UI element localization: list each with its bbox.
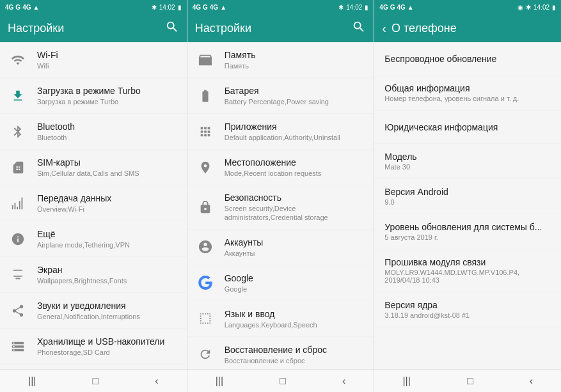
- storage-text: Хранилище и USB-накопители Phonestorage,…: [37, 336, 179, 357]
- battery-text: Батарея Battery Percentage,Power saving: [225, 85, 367, 106]
- search-icon-1[interactable]: [165, 20, 179, 37]
- item-kernel[interactable]: Версия ядра 3.18.19 android@kst-08 #1: [374, 292, 561, 327]
- legal-title: Юридическая информация: [384, 122, 551, 132]
- item-battery[interactable]: Батарея Battery Percentage,Power saving: [187, 78, 374, 114]
- item-more[interactable]: Ещё Airplane mode,Tethering,VPN: [0, 221, 187, 257]
- wifi-text: Wi-Fi Wifi: [37, 49, 179, 70]
- status-right-1: ✱ 14:02 ▮: [152, 4, 182, 11]
- wifi-title: Wi-Fi: [37, 49, 179, 61]
- bluetooth-icon: [8, 122, 28, 142]
- language-title: Язык и ввод: [225, 308, 367, 320]
- item-accounts[interactable]: Аккаунты Аккаунты: [187, 230, 374, 265]
- location-text: Местоположение Mode,Recent location requ…: [225, 157, 367, 178]
- location-status-icon: ◉: [518, 4, 523, 11]
- google-subtitle: Google: [225, 285, 367, 294]
- item-language[interactable]: Язык и ввод Languages,Keyboard,Speech: [187, 301, 374, 337]
- item-update-level[interactable]: Уровень обновления для системы б... 5 ав…: [374, 214, 561, 249]
- settings-list-2: Память Память Батарея Battery Percentage…: [187, 42, 374, 369]
- signal-2a: 4G: [193, 4, 201, 11]
- item-model[interactable]: Модель Mate 30: [374, 144, 561, 179]
- location-title: Местоположение: [225, 157, 367, 168]
- location-icon: [195, 157, 216, 178]
- nav-home-1[interactable]: □: [80, 373, 112, 389]
- bluetooth-text: Bluetooth Bluetooth: [37, 121, 179, 142]
- memory-icon: [195, 50, 216, 70]
- nav-menu-2[interactable]: |||: [203, 373, 236, 389]
- kernel-title: Версия ядра: [384, 300, 551, 310]
- sound-subtitle: General,Notification,Interruptions: [37, 312, 179, 321]
- more-title: Ещё: [37, 228, 179, 240]
- item-google[interactable]: Google Google: [187, 265, 374, 301]
- security-text: Безопасность Screen security,Device admi…: [225, 192, 367, 223]
- data-text: Передача данных Overview,Wi-Fi: [37, 192, 179, 214]
- nav-menu-1[interactable]: |||: [15, 373, 49, 389]
- screen-title: Экран: [37, 264, 179, 276]
- signal-bars-3: ▲: [407, 4, 414, 11]
- status-left-2: 4G G 4G ▲: [193, 4, 226, 11]
- firmware-subtitle: MOLY.LR9.W1444.MD.LWTG.MP.V106.P4, 2019/…: [384, 269, 551, 284]
- item-apps[interactable]: Приложения Default application,Authority…: [187, 114, 374, 150]
- nav-back-1[interactable]: ‹: [142, 373, 171, 389]
- status-right-3: ◉ ✱ 14:02 ▮: [518, 4, 556, 11]
- item-screen[interactable]: Экран Wallpapers,Brightness,Fonts: [0, 257, 187, 293]
- signal-icon-2: G: [15, 4, 20, 11]
- item-general-info[interactable]: Общая информация Номер телефона, уровень…: [374, 75, 561, 111]
- header-title-1: Настройки: [8, 22, 165, 35]
- security-subtitle: Screen security,Device administrators,Cr…: [225, 204, 367, 223]
- item-data[interactable]: Передача данных Overview,Wi-Fi: [0, 185, 187, 221]
- item-wifi[interactable]: Wi-Fi Wifi: [0, 42, 187, 78]
- item-android-version[interactable]: Версия Android 9.0: [374, 179, 561, 214]
- item-sim[interactable]: SIM-карты Sim,Cellular data,Calls and SM…: [0, 150, 187, 185]
- more-text: Ещё Airplane mode,Tethering,VPN: [37, 228, 179, 249]
- item-location[interactable]: Местоположение Mode,Recent location requ…: [187, 150, 374, 185]
- accounts-text: Аккаунты Аккаунты: [225, 237, 367, 258]
- battery-icon: [195, 86, 216, 106]
- location-subtitle: Mode,Recent location requests: [225, 169, 367, 178]
- screen-icon: [8, 265, 28, 285]
- accounts-icon: [195, 237, 216, 257]
- bt-icon-3: ✱: [526, 4, 531, 11]
- header-3: ‹ О телефоне: [374, 14, 561, 42]
- accounts-subtitle: Аккаунты: [225, 249, 367, 258]
- update-level-subtitle: 5 августа 2019 г.: [384, 233, 551, 241]
- sound-icon: [8, 301, 28, 321]
- panel-2: 4G G 4G ▲ ✱ 14:02 ▮ Настройки: [187, 0, 375, 392]
- battery-icon-1: ▮: [178, 4, 182, 11]
- wireless-update-title: Беспроводное обновление: [384, 54, 551, 64]
- more-icon: [8, 229, 28, 249]
- search-icon-2[interactable]: [352, 20, 366, 37]
- item-firmware[interactable]: Прошивка модуля связи MOLY.LR9.W1444.MD.…: [374, 249, 561, 292]
- signal-icon-1: 4G: [5, 4, 13, 11]
- nav-back-3[interactable]: ‹: [517, 373, 546, 389]
- back-button[interactable]: ‹: [382, 21, 386, 36]
- battery-3: ▮: [552, 4, 556, 11]
- firmware-title: Прошивка модуля связи: [384, 257, 551, 267]
- turbo-title: Загрузка в режиме Turbo: [37, 85, 179, 97]
- turbo-text: Загрузка в режиме Turbo Загрузка в режим…: [37, 85, 179, 106]
- item-bluetooth[interactable]: Bluetooth Bluetooth: [0, 114, 187, 150]
- nav-home-3[interactable]: □: [454, 373, 486, 389]
- sound-title: Звуки и уведомления: [37, 300, 179, 311]
- turbo-subtitle: Загрузка в режиме Turbo: [37, 97, 179, 106]
- item-reset[interactable]: Восстановление и сброс Восстановление и …: [187, 337, 374, 369]
- header-1: Настройки: [0, 14, 187, 42]
- item-security[interactable]: Безопасность Screen security,Device admi…: [187, 185, 374, 230]
- item-turbo[interactable]: Загрузка в режиме Turbo Загрузка в режим…: [0, 78, 187, 114]
- signal-3b: G: [390, 4, 395, 11]
- nav-back-2[interactable]: ‹: [329, 373, 358, 389]
- item-sound[interactable]: Звуки и уведомления General,Notification…: [0, 293, 187, 329]
- update-level-title: Уровень обновления для системы б...: [384, 222, 551, 232]
- screen-subtitle: Wallpapers,Brightness,Fonts: [37, 276, 179, 285]
- nav-home-2[interactable]: □: [267, 373, 299, 389]
- sim-icon: [8, 157, 28, 178]
- signal-3a: 4G: [379, 4, 388, 11]
- nav-menu-3[interactable]: |||: [390, 373, 423, 389]
- nav-bar-3: ||| □ ‹: [374, 369, 561, 392]
- item-memory[interactable]: Память Память: [187, 42, 374, 78]
- item-legal[interactable]: Юридическая информация: [374, 111, 561, 144]
- item-wireless-update[interactable]: Беспроводное обновление: [374, 42, 561, 75]
- security-icon: [195, 197, 216, 217]
- language-subtitle: Languages,Keyboard,Speech: [225, 320, 367, 329]
- item-storage[interactable]: Хранилище и USB-накопители Phonestorage,…: [0, 329, 187, 365]
- google-text: Google Google: [225, 272, 367, 294]
